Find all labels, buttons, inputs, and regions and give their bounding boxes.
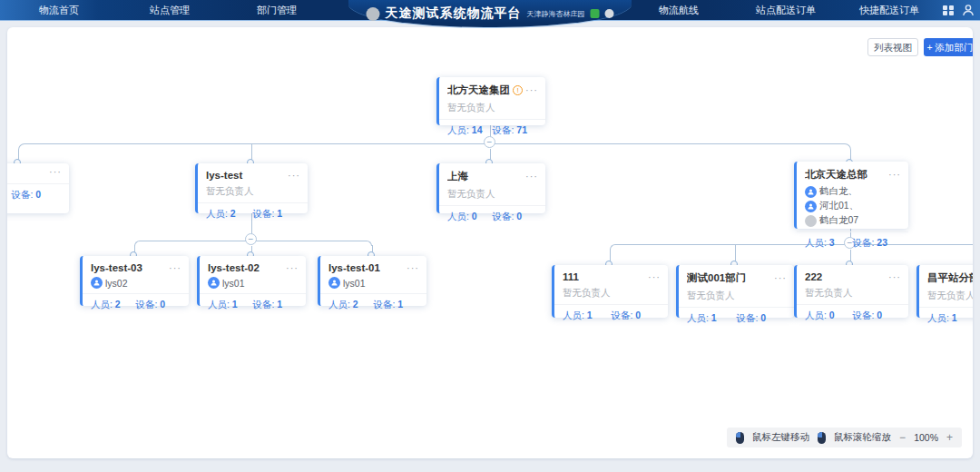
connector-line bbox=[610, 249, 611, 261]
more-menu-icon[interactable]: ··· bbox=[525, 174, 538, 179]
more-menu-icon[interactable]: ··· bbox=[286, 266, 299, 270]
device-stat: 设备: 23 bbox=[853, 237, 901, 250]
people-stat: 人员: 3 bbox=[805, 237, 853, 250]
more-menu-icon[interactable]: ··· bbox=[888, 275, 901, 280]
dept-manager: 暂无负责人 bbox=[439, 183, 545, 201]
dept-card-222[interactable]: 222 ··· 暂无负责人 人员: 0 设备: 0 bbox=[794, 265, 908, 318]
dept-title: 222 bbox=[805, 271, 886, 282]
dept-card-beijing[interactable]: 北京天途总部 ··· 鹤白龙、 河北01、 鹤白龙07 人员: 3 设备: 23 bbox=[794, 162, 908, 229]
member: 河北01、 bbox=[805, 200, 858, 212]
member-name: 鹤白龙、 bbox=[819, 185, 858, 198]
member-avatar-icon bbox=[91, 277, 103, 289]
dept-card-test001[interactable]: 测试001部门 ··· 暂无负责人 人员: 1 设备: 0 bbox=[676, 265, 794, 318]
more-menu-icon[interactable]: ··· bbox=[888, 172, 901, 177]
people-stat: 人员: 1 bbox=[927, 312, 973, 325]
people-stat: 人员: 0 bbox=[805, 310, 853, 322]
device-stat: 设备: 0 bbox=[493, 211, 538, 223]
dept-card-changping[interactable]: 昌平站分部 暂无负责人 人员: 1 bbox=[916, 265, 973, 318]
dept-title: lys-test-02 bbox=[208, 262, 283, 273]
dept-title: 北方天途集团总部 bbox=[447, 84, 510, 97]
member: 鹤白龙07 bbox=[805, 214, 858, 227]
device-stat: 设备: 0 bbox=[737, 312, 787, 325]
mouse-wheel-icon bbox=[818, 432, 826, 444]
app-title-group: 天途测试系统物流平台 天津静海杏林庄园 bbox=[367, 0, 614, 27]
member-avatar-icon bbox=[328, 277, 340, 289]
add-department-button[interactable]: + 添加部门 bbox=[924, 38, 973, 56]
member-name: 鹤白龙07 bbox=[819, 214, 858, 227]
device-stat: 设备: 0 bbox=[612, 310, 661, 322]
more-menu-icon[interactable]: ··· bbox=[407, 266, 419, 270]
dept-title: 昌平站分部 bbox=[927, 271, 973, 285]
member-avatar-icon bbox=[208, 277, 220, 289]
more-menu-icon[interactable]: ··· bbox=[648, 275, 661, 280]
dept-title: 北京天途总部 bbox=[805, 168, 886, 182]
dept-manager: 暂无负责人 bbox=[554, 282, 668, 300]
wheel-hint-label: 鼠标滚轮缩放 bbox=[834, 431, 891, 444]
nav-item-department-management[interactable]: 部门管理 bbox=[245, 0, 309, 20]
device-stat: 设备: 1 bbox=[374, 299, 419, 311]
app-title: 天途测试系统物流平台 bbox=[386, 5, 522, 22]
member-list: lys02 bbox=[83, 273, 189, 289]
dept-manager: 暂无负责人 bbox=[919, 285, 973, 302]
connector-line bbox=[25, 143, 844, 144]
dept-manager: 暂无负责人 bbox=[439, 97, 545, 114]
dept-card-lys-test-01[interactable]: lys-test-01 ··· lys01 人员: 2 设备: 1 bbox=[318, 256, 426, 306]
dept-card-lys-test[interactable]: lys-test ··· 暂无负责人 人员: 2 设备: 1 bbox=[195, 163, 308, 213]
nav-item-logistics-home[interactable]: 物流首页 bbox=[27, 0, 91, 20]
member-list: lys01 bbox=[200, 273, 306, 289]
people-stat: 人员: 1 bbox=[563, 310, 612, 322]
member-name: 河北01、 bbox=[819, 200, 858, 212]
dept-card-lys-test-02[interactable]: lys-test-02 ··· lys01 人员: 1 设备: 1 bbox=[197, 256, 306, 306]
dept-title: 测试001部门 bbox=[687, 271, 771, 285]
dept-title: lys-test-01 bbox=[328, 262, 404, 273]
nav-item-quick-delivery-orders[interactable]: 快捷配送订单 bbox=[850, 0, 928, 20]
pan-hint-label: 鼠标左键移动 bbox=[752, 431, 809, 444]
zoom-in-button[interactable]: + bbox=[946, 432, 953, 443]
people-stat: 人员: 1 bbox=[208, 299, 253, 311]
dept-card-clipped[interactable]: ··· 设备: 0 bbox=[7, 163, 69, 213]
dept-card-root[interactable]: 北方天途集团总部 ! ··· 暂无负责人 人员: 14 设备: 71 bbox=[436, 77, 545, 125]
more-menu-icon[interactable]: ··· bbox=[288, 173, 300, 178]
member: lys01 bbox=[208, 277, 245, 289]
member-avatar-icon bbox=[805, 201, 817, 212]
org-chart-canvas[interactable]: 列表视图 + 添加部门 − − − ··· 设备: 0 bbox=[7, 27, 973, 458]
member-list: lys01 bbox=[320, 273, 426, 289]
dept-title: 上海 bbox=[447, 170, 523, 183]
device-stat: 设备: 1 bbox=[253, 299, 299, 311]
mouse-left-icon bbox=[736, 432, 744, 444]
people-stat: 人员: 2 bbox=[206, 208, 253, 221]
nav-item-site-management[interactable]: 站点管理 bbox=[138, 0, 201, 20]
people-stat: 人员: 0 bbox=[447, 211, 493, 223]
device-stat: 设备: 0 bbox=[136, 299, 181, 311]
dept-card-111[interactable]: 111 ··· 暂无负责人 人员: 1 设备: 0 bbox=[552, 265, 668, 318]
member-name: lys01 bbox=[343, 278, 366, 289]
more-menu-icon[interactable]: ··· bbox=[525, 88, 538, 93]
user-profile-icon[interactable] bbox=[962, 4, 975, 16]
dept-title: lys-test bbox=[206, 170, 285, 181]
device-stat: 设备: 1 bbox=[253, 208, 300, 221]
people-stat: 人员: 2 bbox=[91, 299, 136, 311]
status-badge-circle-icon bbox=[605, 9, 614, 18]
member-avatar-icon bbox=[805, 215, 817, 227]
dept-title: lys-test-03 bbox=[91, 262, 166, 273]
more-menu-icon[interactable]: ··· bbox=[774, 276, 787, 280]
org-grid-icon[interactable] bbox=[942, 4, 955, 16]
canvas-zoom-controls: 鼠标左键移动 鼠标滚轮缩放 − 100% + bbox=[727, 428, 962, 447]
collapse-toggle[interactable]: − bbox=[245, 233, 257, 245]
dept-card-shanghai[interactable]: 上海 ··· 暂无负责人 人员: 0 设备: 0 bbox=[436, 163, 545, 213]
member: lys01 bbox=[328, 277, 366, 289]
dept-card-lys-test-03[interactable]: lys-test-03 ··· lys02 人员: 2 设备: 0 bbox=[80, 256, 189, 306]
more-menu-icon[interactable]: ··· bbox=[169, 266, 181, 270]
nav-item-logistics-routes[interactable]: 物流航线 bbox=[647, 0, 710, 20]
more-menu-icon[interactable]: ··· bbox=[49, 170, 62, 174]
app-logo-icon bbox=[367, 7, 380, 21]
dept-title: 111 bbox=[563, 271, 645, 282]
top-navbar: 物流首页 站点管理 部门管理 天途测试系统物流平台 天津静海杏林庄园 物流航线 … bbox=[0, 0, 980, 20]
zoom-out-button[interactable]: − bbox=[899, 432, 906, 443]
connector-line bbox=[615, 244, 973, 245]
connector-corner bbox=[18, 143, 25, 151]
status-badge-green-icon bbox=[591, 9, 600, 18]
nav-item-site-delivery-orders[interactable]: 站点配送订单 bbox=[747, 0, 825, 20]
member: 鹤白龙、 bbox=[805, 185, 858, 198]
list-view-button[interactable]: 列表视图 bbox=[867, 38, 918, 56]
